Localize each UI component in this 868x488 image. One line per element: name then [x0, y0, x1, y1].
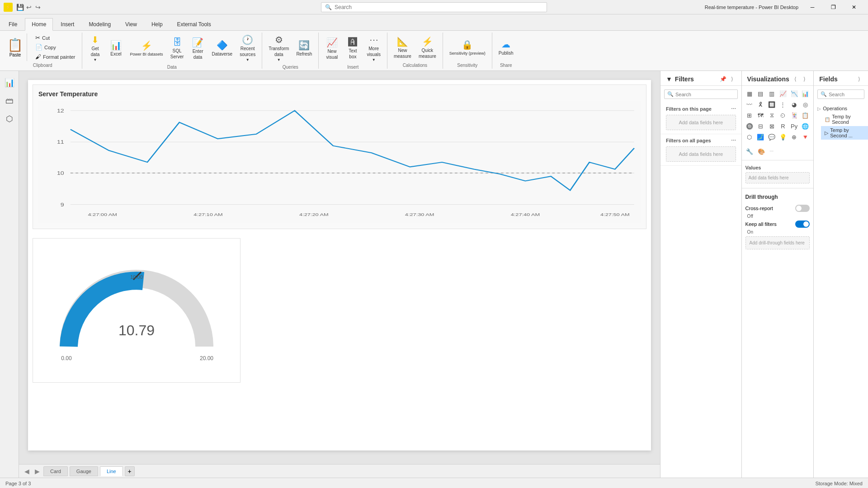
- line-chart-container[interactable]: Server Temperature 12 11 10: [33, 84, 646, 229]
- viz-decomp[interactable]: 🔻: [800, 132, 810, 142]
- tab-modeling[interactable]: Modeling: [82, 18, 118, 30]
- viz-r[interactable]: R: [778, 121, 788, 131]
- viz-gauge[interactable]: ⏲: [778, 110, 788, 120]
- publish-button[interactable]: ☁ Publish: [496, 37, 516, 57]
- undo-icon[interactable]: ↩: [25, 4, 33, 11]
- viz-ribbon[interactable]: 🎗: [755, 99, 765, 109]
- tab-file[interactable]: File: [2, 18, 24, 30]
- report-view-icon[interactable]: 📊: [1, 75, 18, 91]
- viz-donut[interactable]: ◎: [800, 99, 810, 109]
- tab-help[interactable]: Help: [145, 18, 170, 30]
- quick-measure-button[interactable]: ⚡ Quickmeasure: [416, 34, 439, 61]
- viz-map[interactable]: 🗺: [755, 110, 765, 120]
- text-box-button[interactable]: 🅰 Textbox: [343, 35, 362, 61]
- viz-smart[interactable]: 💡: [778, 132, 788, 142]
- viz-line2[interactable]: 〰: [745, 99, 755, 109]
- page-tab-prev[interactable]: ◀: [23, 468, 31, 475]
- viz-build-icon[interactable]: 🔧: [745, 146, 755, 156]
- values-drop[interactable]: Add data fields here: [745, 172, 810, 183]
- save-icon[interactable]: 💾: [16, 4, 24, 11]
- filters-on-all-pages-more[interactable]: ⋯: [731, 138, 736, 144]
- tab-insert[interactable]: Insert: [54, 18, 81, 30]
- minimize-button[interactable]: ─: [802, 0, 823, 14]
- sql-server-button[interactable]: 🗄 SQLServer: [168, 35, 187, 61]
- page-tab-gauge[interactable]: Gauge: [70, 466, 98, 476]
- filters-on-this-page-more[interactable]: ⋯: [731, 106, 736, 112]
- viz-funnel[interactable]: ⧖: [767, 110, 777, 120]
- filters-search-input[interactable]: [675, 92, 735, 97]
- tab-external-tools[interactable]: External Tools: [170, 18, 218, 30]
- viz-python[interactable]: Py: [789, 121, 799, 131]
- viz-card[interactable]: 🃏: [789, 110, 799, 120]
- fields-search[interactable]: 🔍: [817, 89, 864, 99]
- page-tab-add[interactable]: +: [125, 466, 135, 476]
- viz-kpi[interactable]: 📋: [800, 110, 810, 120]
- get-data-button[interactable]: ⬇ Getdata ▼: [86, 33, 105, 64]
- recent-sources-button[interactable]: 🕐 Recentsources ▼: [237, 33, 258, 64]
- viz-slicer[interactable]: 🔘: [745, 121, 755, 131]
- viz-treemap[interactable]: ⊞: [745, 110, 755, 120]
- page-tab-card[interactable]: Card: [43, 466, 68, 476]
- viz-expand-right-icon[interactable]: ⟩: [801, 75, 808, 83]
- viz-bing-map[interactable]: 🌐: [800, 121, 810, 131]
- viz-clustered-bar[interactable]: ▤: [755, 89, 765, 99]
- viz-line[interactable]: 📈: [778, 89, 788, 99]
- viz-azure-map[interactable]: 🗾: [755, 132, 765, 142]
- close-button[interactable]: ✕: [844, 0, 864, 14]
- keep-filters-toggle[interactable]: [795, 221, 810, 228]
- filters-pin-icon[interactable]: 📌: [720, 75, 727, 83]
- cut-button[interactable]: ✂ Cut: [33, 33, 78, 42]
- viz-scatter[interactable]: ⋮: [778, 99, 788, 109]
- filters-on-all-pages-drop[interactable]: Add data fields here: [666, 146, 736, 162]
- redo-icon[interactable]: ↪: [34, 4, 42, 11]
- sensitivity-button[interactable]: 🔒 Sensitivity (preview): [447, 38, 488, 57]
- restore-button[interactable]: ❐: [823, 0, 844, 14]
- fields-temp-by-second-expanded[interactable]: ▷ Temp by Second ...: [821, 126, 868, 140]
- excel-button[interactable]: 📊 Excel: [107, 38, 126, 58]
- page-tab-next[interactable]: ▶: [33, 468, 42, 475]
- viz-area[interactable]: 📉: [789, 89, 799, 99]
- tab-view[interactable]: View: [118, 18, 144, 30]
- model-view-icon[interactable]: ⬡: [1, 111, 18, 127]
- title-search-bar[interactable]: 🔍: [321, 2, 547, 12]
- canvas-page[interactable]: Server Temperature 12 11 10: [28, 80, 651, 450]
- enter-data-button[interactable]: 📝 Enterdata: [189, 35, 208, 61]
- filters-expand-icon[interactable]: ⟩: [729, 75, 736, 83]
- format-painter-button[interactable]: 🖌 Format painter: [33, 52, 78, 61]
- viz-matrix[interactable]: ⊠: [767, 121, 777, 131]
- fields-expand-icon[interactable]: ⟩: [855, 75, 863, 83]
- viz-stacked-bar[interactable]: ▦: [745, 89, 755, 99]
- transform-data-button[interactable]: ⚙ Transformdata ▼: [266, 33, 292, 64]
- viz-format-icon[interactable]: 🎨: [756, 146, 766, 156]
- new-visual-button[interactable]: 📈 Newvisual: [322, 35, 341, 61]
- more-visuals-button[interactable]: ⋯ Morevisuals ▼: [364, 33, 383, 64]
- filters-on-this-page-drop[interactable]: Add data fields here: [666, 115, 736, 130]
- dataverse-button[interactable]: 🔷 Dataverse: [209, 38, 236, 58]
- viz-qa[interactable]: 💬: [767, 132, 777, 142]
- powerbi-datasets-button[interactable]: ⚡ Power BI datasets: [127, 38, 166, 58]
- viz-custom[interactable]: ⊕: [789, 132, 799, 142]
- drill-fields-drop[interactable]: Add drill-through fields here: [745, 236, 810, 249]
- viz-waterfall[interactable]: 🔲: [767, 99, 777, 109]
- new-measure-button[interactable]: 📐 Newmeasure: [391, 34, 414, 61]
- storage-mode: Storage Mode: Mixed: [815, 481, 863, 486]
- viz-column[interactable]: 📊: [800, 89, 810, 99]
- fields-tree-operations[interactable]: ▷ Operations: [814, 104, 868, 113]
- refresh-button[interactable]: 🔄 Refresh: [293, 38, 315, 58]
- fields-search-input[interactable]: [829, 92, 861, 97]
- viz-expand-left-icon[interactable]: ⟨: [792, 75, 799, 83]
- viz-table[interactable]: ⊟: [755, 121, 765, 131]
- tab-home[interactable]: Home: [25, 18, 53, 31]
- copy-button[interactable]: 📄 Copy: [33, 43, 78, 52]
- fields-temp-by-second[interactable]: 📋 Temp by Second: [821, 113, 868, 126]
- title-search-input[interactable]: [335, 4, 543, 10]
- gauge-container[interactable]: 10.79 0.00 20.00 10.00: [33, 238, 241, 383]
- data-view-icon[interactable]: 🗃: [1, 93, 18, 109]
- viz-stacked-100[interactable]: ▥: [767, 89, 777, 99]
- cross-report-toggle[interactable]: [795, 205, 810, 212]
- filters-search[interactable]: 🔍: [664, 89, 738, 99]
- viz-shape-map[interactable]: ⬡: [745, 132, 755, 142]
- page-tab-line[interactable]: Line: [100, 466, 123, 476]
- viz-pie[interactable]: ◕: [789, 99, 799, 109]
- paste-btn[interactable]: 📋 Paste: [7, 33, 27, 61]
